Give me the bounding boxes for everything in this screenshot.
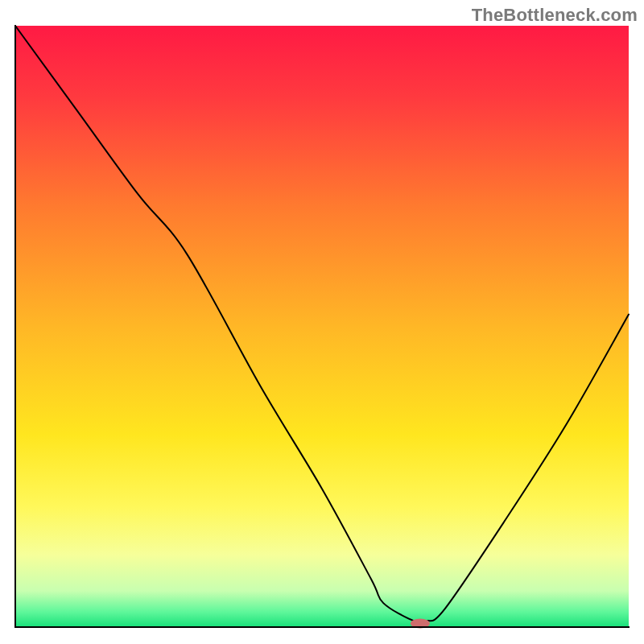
watermark-text: TheBottleneck.com [472,5,638,26]
chart-svg [12,24,632,632]
gradient-background [15,26,629,627]
plot-area [12,24,632,632]
chart-container: TheBottleneck.com [0,0,644,644]
